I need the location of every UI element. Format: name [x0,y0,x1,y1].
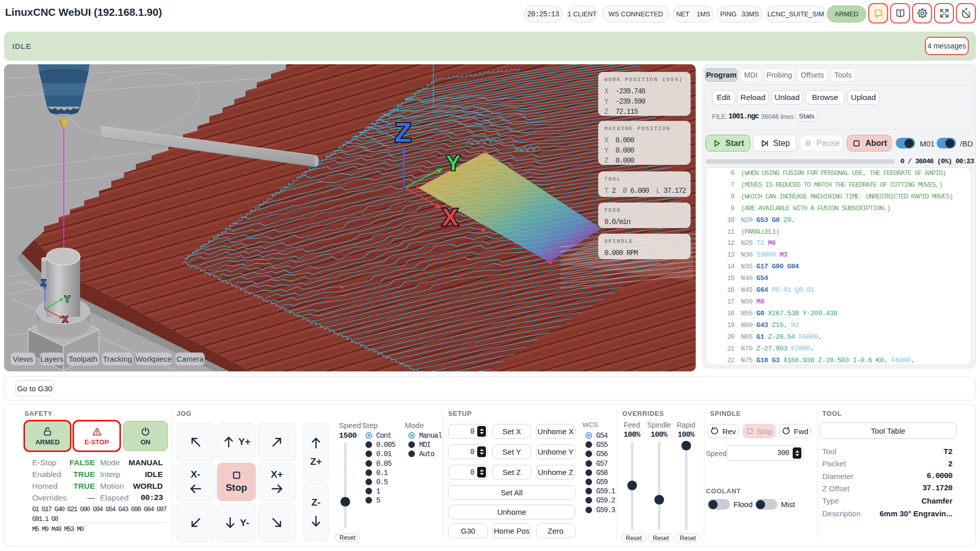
svg-text:Y: Y [446,151,460,175]
svg-text:X: X [442,204,458,231]
svg-text:Y: Y [64,294,70,304]
svg-text:Z: Z [395,117,411,147]
svg-text:Z: Z [41,278,46,288]
svg-text:X: X [62,315,68,324]
